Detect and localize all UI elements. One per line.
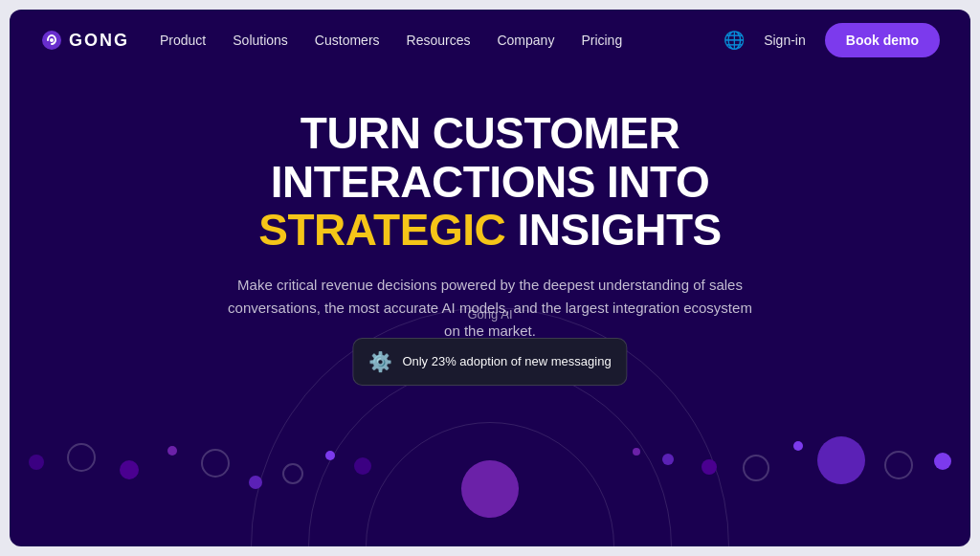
dot-r1 <box>934 453 951 470</box>
nav-link-customers[interactable]: Customers <box>315 33 380 48</box>
nav-link-company[interactable]: Company <box>497 33 554 48</box>
nav-link-product[interactable]: Product <box>160 33 206 48</box>
logo[interactable]: GONG <box>40 29 129 52</box>
page-wrapper: GONG Product Solutions Customers Resourc… <box>10 10 970 546</box>
logo-text: GONG <box>69 31 129 51</box>
dot-r4 <box>793 441 803 451</box>
tooltip-card: ⚙️ Only 23% adoption of new messaging <box>352 338 627 386</box>
hero-subtitle: Make critical revenue decisions powered … <box>222 274 758 343</box>
dot-l4 <box>167 446 177 456</box>
dot-l9 <box>354 457 371 475</box>
dot-r6 <box>702 459 717 475</box>
dot-r3 <box>817 436 865 484</box>
tooltip-text: Only 23% adoption of new messaging <box>402 354 611 370</box>
nav-links: Product Solutions Customers Resources Co… <box>160 33 622 48</box>
hero-title-highlight: STRATEGIC <box>258 205 505 255</box>
sign-in-link[interactable]: Sign-in <box>764 33 806 48</box>
gong-logo-icon <box>40 29 63 52</box>
dot-r7 <box>662 454 674 465</box>
dot-l7 <box>282 463 303 484</box>
dot-r8 <box>633 448 640 456</box>
dot-r2 <box>884 451 913 479</box>
dot-l3 <box>120 460 139 479</box>
hero-title-line2: INSIGHTS <box>517 205 721 255</box>
hero-section: TURN CUSTOMER INTERACTIONS INTO STRATEGI… <box>10 71 970 343</box>
nav-link-pricing[interactable]: Pricing <box>581 33 622 48</box>
dot-l2 <box>67 443 96 472</box>
hero-title-line1: TURN CUSTOMER INTERACTIONS INTO <box>271 108 709 207</box>
nav-right: 🌐 Sign-in Book demo <box>724 23 940 57</box>
svg-point-1 <box>50 38 54 42</box>
dot-r5 <box>743 455 769 481</box>
dot-center <box>461 460 519 518</box>
dot-l8 <box>325 451 335 460</box>
globe-icon[interactable]: 🌐 <box>724 30 745 51</box>
tooltip-icon: ⚙️ <box>368 350 392 373</box>
nav-link-resources[interactable]: Resources <box>407 33 471 48</box>
dot-l1 <box>29 455 44 470</box>
nav-left: GONG Product Solutions Customers Resourc… <box>40 29 622 52</box>
book-demo-button[interactable]: Book demo <box>825 23 940 57</box>
nav-link-solutions[interactable]: Solutions <box>233 33 288 48</box>
hero-title: TURN CUSTOMER INTERACTIONS INTO STRATEGI… <box>145 109 835 255</box>
dot-l6 <box>249 476 262 489</box>
navbar: GONG Product Solutions Customers Resourc… <box>10 10 970 71</box>
dot-l5 <box>201 449 230 478</box>
